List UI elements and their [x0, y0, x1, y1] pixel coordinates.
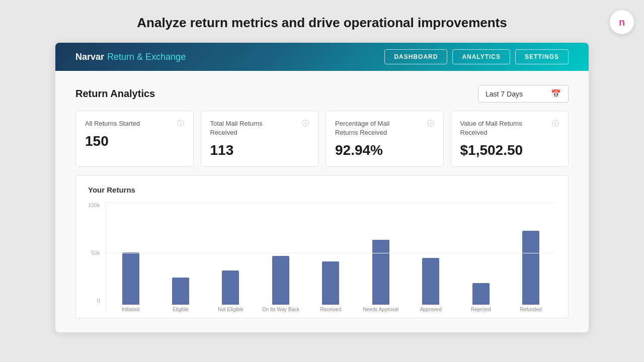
metric-card-header-2: Percentage of Mail Returns Received ⓘ: [335, 119, 434, 137]
bar-7: [472, 283, 490, 305]
narvar-logo: n: [610, 10, 634, 34]
app-content: Return Analytics Last 7 Days 📅 All Retur…: [55, 71, 589, 332]
app-header: Narvar Return & Exchange DASHBOARD ANALY…: [55, 43, 589, 71]
bar-label-6: Approved: [420, 307, 442, 313]
metric-card-2: Percentage of Mail Returns Received ⓘ 92…: [326, 111, 444, 167]
y-label-0: 0: [88, 298, 100, 304]
bar-label-8: Refunded: [520, 307, 542, 313]
y-label-50k: 50k: [88, 250, 100, 256]
metric-value-1: 113: [210, 142, 309, 158]
bar-group-1: Eligible: [155, 202, 205, 313]
nav-dashboard[interactable]: DASHBOARD: [384, 49, 447, 64]
bar-group-8: Refunded: [506, 202, 555, 313]
date-filter[interactable]: Last 7 Days 📅: [478, 85, 569, 103]
metric-card-header-1: Total Mail Returns Received ⓘ: [210, 119, 309, 137]
bar-label-3: On Its Way Back: [262, 307, 299, 313]
logo-text: n: [619, 17, 625, 28]
metric-card-1: Total Mail Returns Received ⓘ 113: [201, 111, 319, 167]
brand-narvar: Narvar: [75, 52, 104, 62]
bar-group-4: Received: [306, 202, 356, 313]
metric-label-2: Percentage of Mail Returns Received: [335, 119, 406, 137]
info-icon-0[interactable]: ⓘ: [177, 119, 184, 128]
page-title: Analyze return metrics and drive operati…: [137, 15, 507, 31]
bar-6: [422, 258, 439, 305]
bar-group-2: Not Eligible: [206, 202, 256, 313]
bar-group-0: Initiated: [106, 202, 155, 313]
header-brand: Narvar Return & Exchange: [75, 52, 186, 62]
metric-cards: All Returns Started ⓘ 150 Total Mail Ret…: [75, 111, 569, 167]
metric-card-3: Value of Mail Returns Received ⓘ $1,502.…: [451, 111, 569, 167]
chart-body: 100k 50k 0 InitiatedEligibleNot Eligible…: [88, 202, 556, 313]
bar-group-7: Rejected: [456, 202, 506, 313]
bar-group-6: Approved: [406, 202, 456, 313]
metric-label-3: Value of Mail Returns Received: [460, 119, 531, 137]
bar-group-5: Needs Approval: [356, 202, 406, 313]
bar-label-4: Received: [320, 307, 342, 313]
bar-3: [272, 256, 289, 305]
metric-label-0: All Returns Started: [85, 119, 140, 128]
chart-title: Your Returns: [88, 186, 556, 194]
metric-value-0: 150: [85, 133, 184, 149]
calendar-icon: 📅: [551, 89, 561, 99]
metric-value-3: $1,502.50: [460, 142, 559, 158]
metric-card-0: All Returns Started ⓘ 150: [75, 111, 194, 167]
bars-area: InitiatedEligibleNot EligibleOn Its Way …: [105, 202, 556, 313]
metric-label-1: Total Mail Returns Received: [210, 119, 281, 137]
bar-label-2: Not Eligible: [218, 307, 244, 313]
bar-2: [222, 270, 239, 305]
bar-0: [122, 252, 139, 305]
info-icon-2[interactable]: ⓘ: [427, 119, 434, 128]
bar-4: [322, 261, 339, 305]
bar-group-3: On Its Way Back: [256, 202, 305, 313]
bar-label-0: Initiated: [122, 307, 139, 313]
bars-render: InitiatedEligibleNot EligibleOn Its Way …: [106, 202, 556, 313]
bar-1: [172, 278, 189, 305]
nav-analytics[interactable]: ANALYTICS: [452, 49, 510, 64]
metric-card-header-0: All Returns Started ⓘ: [85, 119, 184, 128]
chart-container: Your Returns 100k 50k 0 InitiatedEligi: [75, 175, 569, 318]
y-axis: 100k 50k 0: [88, 202, 100, 313]
info-icon-1[interactable]: ⓘ: [302, 119, 309, 128]
app-container: Narvar Return & Exchange DASHBOARD ANALY…: [55, 43, 589, 332]
metric-value-2: 92.94%: [335, 142, 434, 158]
analytics-section-title: Return Analytics: [75, 88, 155, 100]
metric-card-header-3: Value of Mail Returns Received ⓘ: [460, 119, 559, 137]
bar-label-1: Eligible: [173, 307, 189, 313]
header-nav: DASHBOARD ANALYTICS SETTINGS: [384, 49, 569, 64]
nav-settings[interactable]: SETTINGS: [515, 49, 569, 64]
bar-8: [522, 231, 539, 305]
info-icon-3[interactable]: ⓘ: [552, 119, 559, 128]
bar-label-7: Rejected: [471, 307, 491, 313]
y-label-100k: 100k: [88, 202, 100, 208]
brand-sub: Return & Exchange: [107, 52, 186, 62]
date-filter-label: Last 7 Days: [486, 90, 523, 98]
bar-label-5: Needs Approval: [363, 307, 399, 313]
bar-5: [372, 240, 389, 305]
analytics-header: Return Analytics Last 7 Days 📅: [75, 85, 569, 103]
